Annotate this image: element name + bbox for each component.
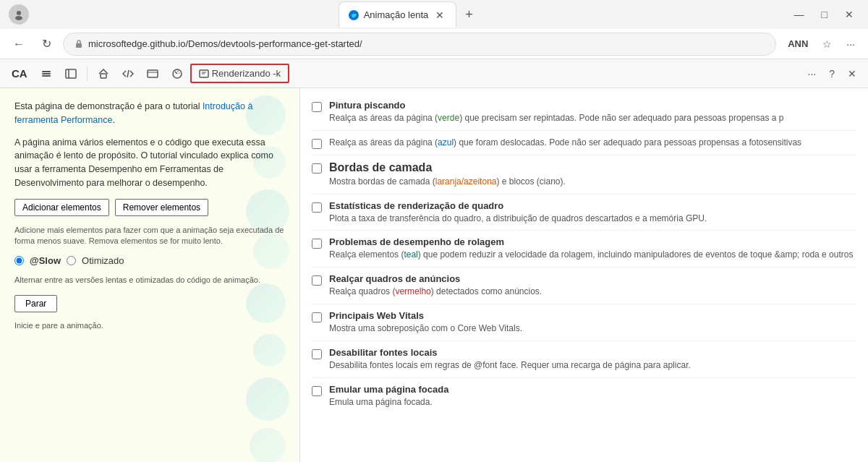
favorites-button[interactable]: ☆ (817, 35, 838, 53)
layers-button[interactable] (35, 65, 58, 82)
render-desc-0: Realça as áreas da página (verde) que pr… (329, 112, 856, 124)
intro-link[interactable]: Introdução à ferramenta Performance (14, 101, 252, 125)
render-desc-4: Realça elementos (teal) que podem reduzi… (329, 249, 856, 261)
render-content-5: Realçar quadros de anúnciosRealça quadro… (329, 273, 856, 298)
svg-point-0 (17, 11, 21, 15)
render-content-0: Pintura piscandoRealça as áreas da págin… (329, 100, 856, 124)
page-area: Esta página de demonstração é para o tut… (0, 88, 300, 462)
devtools-toolbar: CA Renderizando -k ··· ? ✕ (0, 59, 868, 88)
help-button[interactable]: ? (823, 65, 841, 82)
start-hint: Inicie e pare a animação. (14, 321, 285, 330)
render-checkbox-0[interactable] (312, 102, 322, 112)
more-button[interactable]: ··· (841, 35, 861, 53)
home-icon (98, 68, 109, 80)
animation-mode-group: @Slow Otimizado (14, 255, 285, 266)
render-checkbox-4[interactable] (312, 239, 322, 249)
svg-rect-6 (42, 75, 51, 77)
svg-rect-3 (76, 43, 82, 48)
main-content: Esta página de demonstração é para o tut… (0, 88, 868, 462)
ca-button[interactable]: CA (6, 64, 33, 82)
url-text: microsoftedge.github.io/Demos/devtools-p… (88, 38, 765, 49)
svg-rect-4 (42, 71, 51, 72)
optimized-radio[interactable] (67, 256, 76, 265)
render-title-3: Estatísticas de renderização de quadro (329, 200, 856, 211)
more-tools-button[interactable]: ··· (802, 65, 822, 82)
maximize-button[interactable]: □ (816, 6, 833, 23)
render-item: Pintura piscandoRealça as áreas da págin… (312, 94, 856, 131)
user-avatar[interactable] (9, 4, 29, 25)
stop-button[interactable]: Parar (14, 295, 57, 312)
rendering-label: Renderizando -k (212, 68, 281, 79)
page-overlay: Esta página de demonstração é para o tut… (0, 88, 299, 462)
window-controls: — □ ✕ (788, 6, 859, 23)
render-desc-1: Realça as áreas da página (azul) que for… (329, 137, 856, 149)
code-icon (122, 68, 134, 80)
nav-bar: ← ↻ microsoftedge.github.io/Demos/devtoo… (0, 29, 868, 59)
render-checkbox-1[interactable] (312, 139, 322, 149)
render-title-8: Emular uma página focada (329, 384, 856, 395)
render-checkbox-5[interactable] (312, 275, 322, 286)
rendering-button[interactable]: Renderizando -k (190, 64, 289, 83)
render-checkbox-3[interactable] (312, 202, 322, 213)
render-desc-7: Desabilita fontes locais em regras de @f… (329, 359, 856, 372)
toolbar-separator-1 (87, 67, 88, 81)
render-title-6: Principais Web Vitals (329, 310, 856, 321)
render-desc-6: Mostra uma sobreposição com o Core Web V… (329, 322, 856, 335)
render-content-1: Realça as áreas da página (azul) que for… (329, 137, 856, 149)
performance-icon (171, 68, 183, 80)
address-bar[interactable]: microsoftedge.github.io/Demos/devtools-p… (63, 33, 776, 56)
render-content-2: Bordas de camadaMostra bordas de camada … (329, 161, 856, 188)
page-buttons: Adicionar elementos Remover elementos (14, 199, 285, 216)
sidebar-icon (65, 68, 77, 80)
render-desc-8: Emula uma página focada. (329, 396, 856, 408)
render-title-2: Bordas de camada (329, 161, 856, 174)
edge-favicon (348, 9, 359, 21)
performance-button[interactable] (166, 65, 189, 82)
tab-bar: Animação lenta ✕ + (339, 1, 479, 27)
slow-label: @Slow (30, 255, 61, 266)
rendering-icon (199, 69, 209, 79)
render-checkbox-6[interactable] (312, 312, 322, 322)
new-tab-button[interactable]: + (459, 4, 479, 25)
render-title-5: Realçar quadros de anúncios (329, 273, 856, 284)
render-desc-2: Mostra bordas de camada (laranja/azeiton… (329, 176, 856, 188)
tab-close-button[interactable]: ✕ (433, 8, 447, 22)
svg-rect-10 (148, 70, 158, 77)
render-item: Emular uma página focadaEmula uma página… (312, 378, 856, 414)
remove-elements-button[interactable]: Remover elementos (115, 199, 208, 216)
svg-rect-5 (42, 73, 51, 74)
close-window-button[interactable]: ✕ (839, 6, 859, 23)
render-checkbox-8[interactable] (312, 386, 322, 396)
reload-button[interactable]: ↻ (36, 34, 57, 54)
layers-icon (41, 68, 52, 80)
render-checkbox-7[interactable] (312, 349, 322, 359)
active-tab[interactable]: Animação lenta ✕ (339, 1, 457, 27)
svg-rect-9 (101, 74, 106, 78)
render-item: Bordas de camadaMostra bordas de camada … (312, 155, 856, 194)
render-content-4: Problemas de desempenho de rolagemRealça… (329, 236, 856, 261)
page-desc-2: A página anima vários elementos e o códi… (14, 136, 285, 190)
devtools-rendering-panel: Pintura piscandoRealça as áreas da págin… (300, 88, 868, 462)
title-bar-left (9, 4, 29, 25)
slow-radio[interactable] (14, 256, 24, 265)
render-desc-3: Plota a taxa de transferência do quadro,… (329, 213, 856, 225)
render-content-7: Desabilitar fontes locaisDesabilita font… (329, 347, 856, 372)
render-title-0: Pintura piscando (329, 100, 856, 111)
render-checkbox-2[interactable] (312, 163, 322, 174)
back-button[interactable]: ← (7, 35, 30, 54)
nav-right-controls: ANN ☆ ··· (782, 35, 861, 53)
add-elements-button[interactable]: Adicionar elementos (14, 199, 109, 216)
profile-button[interactable]: ANN (782, 35, 814, 52)
minimize-button[interactable]: — (788, 6, 810, 23)
tab-title: Animação lenta (364, 9, 429, 20)
title-bar: Animação lenta ✕ + — □ ✕ (0, 0, 868, 29)
radio-hint: Alternar entre as versões lentas e otimi… (14, 275, 285, 286)
svg-rect-7 (66, 69, 76, 78)
network-button[interactable] (141, 65, 164, 82)
home-button[interactable] (92, 65, 115, 82)
render-content-6: Principais Web VitalsMostra uma sobrepos… (329, 310, 856, 335)
sidebar-button[interactable] (59, 65, 82, 82)
close-devtools-button[interactable]: ✕ (842, 65, 862, 82)
source-button[interactable] (116, 65, 140, 82)
render-item: Principais Web VitalsMostra uma sobrepos… (312, 304, 856, 341)
